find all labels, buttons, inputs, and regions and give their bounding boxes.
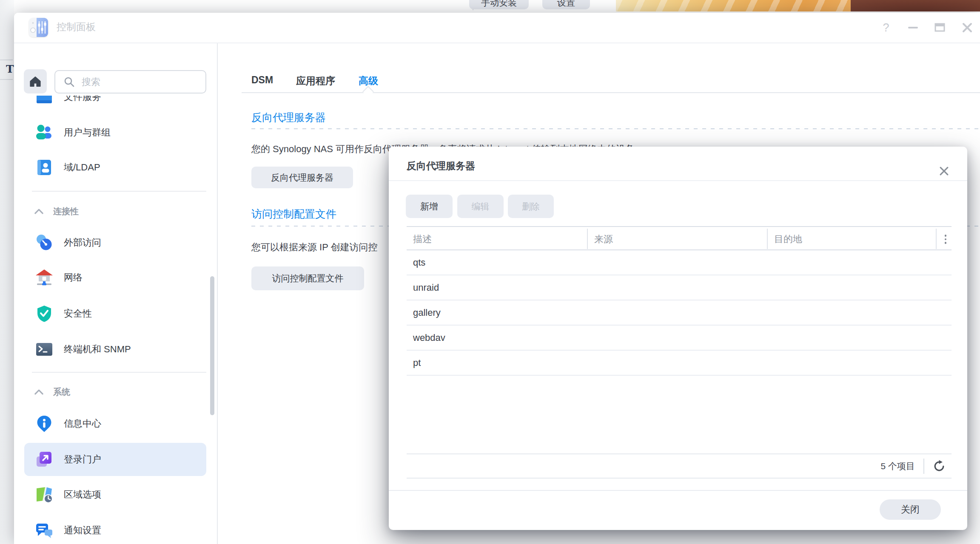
dialog-footer-divider bbox=[389, 490, 967, 491]
sidebar-item-label: 登录门户 bbox=[64, 453, 101, 466]
external-access-icon bbox=[35, 233, 54, 252]
tab-underline bbox=[242, 92, 980, 93]
edit-button[interactable]: 编辑 bbox=[457, 195, 504, 218]
access-control-button[interactable]: 访问控制配置文件 bbox=[251, 266, 364, 290]
sidebar-item-login-portal[interactable]: 登录门户 bbox=[24, 443, 206, 476]
search-box[interactable] bbox=[54, 70, 206, 94]
row-description: gallery bbox=[413, 307, 441, 318]
manual-install-label: 手动安装 bbox=[481, 0, 517, 8]
sidebar-section-label: 系统 bbox=[53, 386, 70, 398]
sidebar-item-label: 网络 bbox=[64, 271, 83, 284]
dashed-divider bbox=[251, 128, 980, 129]
minimize-button[interactable] bbox=[906, 20, 920, 35]
close-icon bbox=[939, 166, 949, 176]
table-row[interactable]: unraid bbox=[407, 275, 952, 300]
window-close-button[interactable] bbox=[960, 20, 974, 35]
home-button[interactable] bbox=[24, 69, 47, 94]
sidebar-section-system[interactable]: 系统 bbox=[34, 383, 204, 400]
column-header-source[interactable]: 来源 bbox=[594, 233, 613, 246]
table-row[interactable]: webdav bbox=[407, 326, 952, 351]
sidebar-item-terminal-snmp[interactable]: 终端机和 SNMP bbox=[24, 333, 206, 366]
folder-icon bbox=[35, 96, 54, 106]
sidebar-section-label: 连接性 bbox=[53, 206, 79, 217]
sidebar: 文件服务 用户与群组 域/LDAP bbox=[14, 43, 218, 544]
minimize-icon bbox=[908, 27, 918, 28]
sidebar-clipped-region: 文件服务 bbox=[24, 96, 206, 115]
dialog-header-divider bbox=[389, 180, 967, 181]
network-icon bbox=[35, 268, 54, 287]
section-title-access-control[interactable]: 访问控制配置文件 bbox=[251, 207, 336, 221]
close-button[interactable]: 关闭 bbox=[880, 499, 941, 520]
column-header-destination[interactable]: 目的地 bbox=[774, 233, 802, 246]
background-wallpaper-dark bbox=[851, 0, 980, 11]
sidebar-divider bbox=[32, 372, 206, 373]
settings-label: 设置 bbox=[557, 0, 575, 8]
table-status-bar: 5 个项目 bbox=[407, 453, 952, 479]
window-title: 控制面板 bbox=[57, 20, 96, 34]
sidebar-scrollbar[interactable] bbox=[210, 276, 214, 415]
sidebar-item-label: 终端机和 SNMP bbox=[64, 343, 131, 356]
sidebar-item-label: 域/LDAP bbox=[64, 161, 100, 174]
sidebar-item-regional-options[interactable]: 区域选项 bbox=[24, 478, 206, 511]
sidebar-item-users-groups[interactable]: 用户与群组 bbox=[24, 116, 206, 149]
tab-dsm[interactable]: DSM bbox=[251, 74, 273, 88]
search-input[interactable] bbox=[81, 76, 189, 88]
help-button[interactable]: ? bbox=[879, 20, 893, 35]
item-count: 5 个项目 bbox=[880, 460, 915, 472]
regional-map-clock-icon bbox=[35, 485, 54, 504]
manual-install-button[interactable]: 手动安装 bbox=[469, 0, 529, 9]
sidebar-item-network[interactable]: 网络 bbox=[24, 261, 206, 294]
row-description: qts bbox=[413, 257, 425, 268]
row-description: webdav bbox=[413, 332, 445, 343]
sidebar-item-info-center[interactable]: 信息中心 bbox=[24, 407, 206, 440]
table-row[interactable]: pt bbox=[407, 351, 952, 376]
window-titlebar: 控制面板 ? bbox=[14, 13, 980, 43]
background-partial-text: T bbox=[6, 63, 14, 75]
window-close-icon bbox=[962, 23, 972, 33]
column-divider bbox=[767, 229, 768, 249]
row-description: unraid bbox=[413, 282, 439, 293]
chevron-up-icon bbox=[34, 208, 44, 214]
status-divider bbox=[923, 459, 924, 474]
column-header-description[interactable]: 描述 bbox=[413, 233, 432, 246]
refresh-icon[interactable] bbox=[933, 460, 946, 473]
address-book-icon bbox=[35, 158, 54, 177]
info-pin-icon bbox=[35, 414, 54, 433]
dialog-title: 反向代理服务器 bbox=[407, 159, 475, 173]
table-header: 描述 来源 目的地 bbox=[407, 226, 952, 250]
chevron-up-icon bbox=[34, 389, 44, 395]
help-icon: ? bbox=[883, 21, 889, 34]
delete-button[interactable]: 删除 bbox=[508, 195, 554, 218]
background-divider bbox=[0, 60, 13, 60]
table-row[interactable]: gallery bbox=[407, 300, 952, 326]
sidebar-item-label: 文件服务 bbox=[64, 96, 101, 103]
control-panel-app-icon bbox=[29, 18, 48, 37]
background-top-strip: 手动安装 设置 bbox=[14, 0, 980, 13]
dialog-close-button[interactable] bbox=[937, 164, 951, 178]
sidebar-item-external-access[interactable]: 外部访问 bbox=[24, 226, 206, 259]
table-row[interactable]: qts bbox=[407, 250, 952, 275]
sidebar-item-label: 安全性 bbox=[64, 307, 92, 320]
tab-applications[interactable]: 应用程序 bbox=[296, 74, 335, 88]
sidebar-item-file-services[interactable]: 文件服务 bbox=[24, 96, 206, 113]
sidebar-item-notification-settings[interactable]: 通知设置 bbox=[24, 514, 206, 544]
kebab-icon bbox=[945, 235, 947, 237]
sidebar-item-label: 信息中心 bbox=[64, 417, 101, 430]
settings-button[interactable]: 设置 bbox=[542, 0, 590, 9]
sidebar-item-label: 用户与群组 bbox=[64, 126, 111, 139]
column-divider bbox=[587, 229, 588, 249]
reverse-proxy-button[interactable]: 反向代理服务器 bbox=[251, 167, 353, 188]
sidebar-item-domain-ldap[interactable]: 域/LDAP bbox=[24, 151, 206, 184]
sidebar-item-security[interactable]: 安全性 bbox=[24, 297, 206, 330]
section-title-reverse-proxy[interactable]: 反向代理服务器 bbox=[251, 110, 326, 125]
add-button[interactable]: 新增 bbox=[406, 195, 453, 218]
sidebar-section-connectivity[interactable]: 连接性 bbox=[34, 203, 204, 220]
login-portal-icon bbox=[35, 450, 54, 469]
background-divider bbox=[0, 79, 13, 80]
home-icon bbox=[29, 75, 42, 88]
column-options-button[interactable] bbox=[940, 232, 951, 246]
screen: T 手动安装 设置 bbox=[0, 0, 980, 544]
sidebar-item-label: 区域选项 bbox=[64, 488, 101, 501]
maximize-button[interactable] bbox=[933, 20, 947, 35]
background-page-strip bbox=[0, 0, 14, 544]
